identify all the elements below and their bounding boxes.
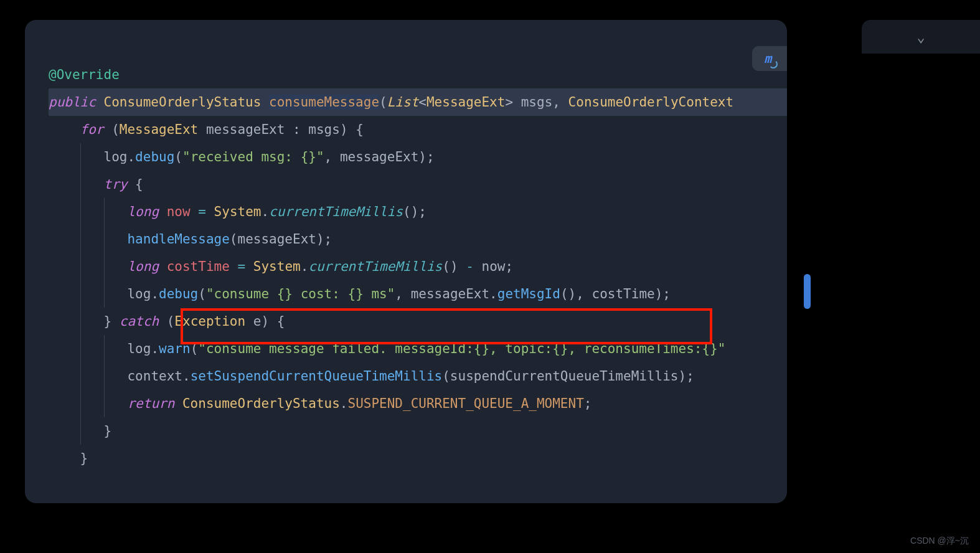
kw-public: public xyxy=(49,95,96,110)
kw-catch: catch xyxy=(120,314,159,329)
type-cos: ConsumeOrderlyStatus xyxy=(104,95,261,110)
collapse-panel[interactable]: ⌄ xyxy=(862,20,980,54)
method-consumeMessage: consumeMessage xyxy=(269,95,379,110)
annotation-override: @Override xyxy=(49,67,120,82)
watermark: CSDN @浮~沉 xyxy=(910,536,969,547)
scrollbar-thumb[interactable] xyxy=(804,274,811,309)
type-list: List xyxy=(387,95,419,110)
kw-try: try xyxy=(104,177,128,192)
maven-sync-icon[interactable]: m xyxy=(764,51,771,66)
code-editor-panel[interactable]: @Override public ConsumeOrderlyStatus co… xyxy=(25,20,787,503)
floating-toolbar: m ✕ xyxy=(752,46,787,71)
chevron-down-icon: ⌄ xyxy=(916,29,925,45)
kw-for: for xyxy=(80,122,104,137)
code-block: @Override public ConsumeOrderlyStatus co… xyxy=(25,34,787,503)
kw-return: return xyxy=(127,396,174,411)
type-msgext: MessageExt xyxy=(426,95,505,110)
type-ctx: ConsumeOrderlyContext xyxy=(568,95,734,110)
